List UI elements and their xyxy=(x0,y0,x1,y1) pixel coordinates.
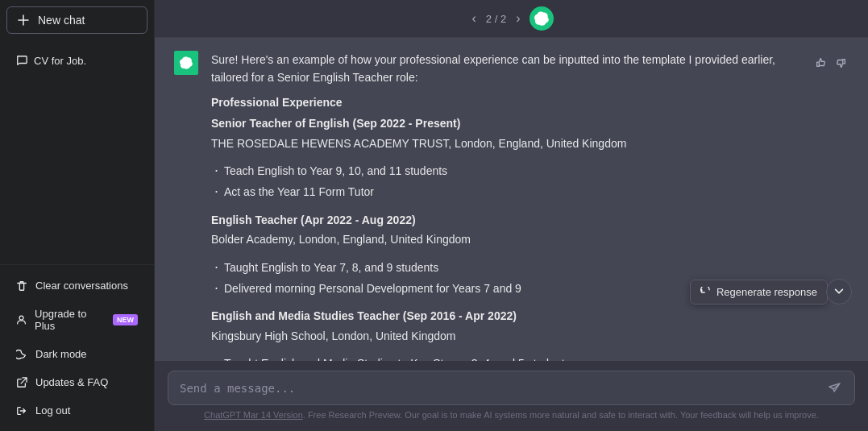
chevron-down-icon xyxy=(833,286,845,297)
thumbs-up-button[interactable] xyxy=(813,54,828,70)
chat-item-left: CV for Job. xyxy=(16,55,86,67)
section-title-professional: Professional Experience xyxy=(211,93,800,111)
bullet-item: Taught English to Year 7, 8, and 9 stude… xyxy=(211,259,800,276)
nav-prev-button[interactable]: ‹ xyxy=(469,10,480,27)
bullets-3: Taught English and Media Studies to Key … xyxy=(211,354,800,361)
sidebar: New chat CV for Job. xyxy=(0,0,155,431)
clear-conversations-item[interactable]: Clear conversations xyxy=(6,271,147,300)
assistant-message: Sure! Here's an example of how your prof… xyxy=(155,38,868,361)
job-title-2: English Teacher (Apr 2022 - Aug 2022) xyxy=(211,211,800,229)
messages-area[interactable]: Sure! Here's an example of how your prof… xyxy=(155,38,868,361)
new-chat-label: New chat xyxy=(38,14,85,27)
gpt-icon xyxy=(180,56,193,69)
send-button[interactable] xyxy=(827,378,843,398)
updates-faq-label: Updates & FAQ xyxy=(35,376,108,388)
chat-item-label: CV for Job. xyxy=(34,55,86,67)
plus-icon xyxy=(17,14,30,27)
external-link-icon xyxy=(16,377,27,388)
person-icon xyxy=(16,314,27,325)
regenerate-tooltip[interactable]: Regenerate response xyxy=(690,280,828,305)
regenerate-label: Regenerate response xyxy=(716,286,817,298)
trash-icon xyxy=(16,280,27,292)
clear-conversations-label: Clear conversations xyxy=(35,280,128,292)
chat-header: ‹ 2 / 2 › xyxy=(155,0,868,38)
message-actions xyxy=(813,51,849,70)
chat-icon xyxy=(16,55,27,66)
job-title-3: English and Media Studies Teacher (Sep 2… xyxy=(211,307,800,325)
org-name-1: THE ROSEDALE HEWENS ACADEMY TRUST, Londo… xyxy=(211,135,800,152)
intro-text: Sure! Here's an example of how your prof… xyxy=(211,51,800,87)
updates-faq-item[interactable]: Updates & FAQ xyxy=(6,368,147,396)
bullet-item: Teach English to Year 9, 10, and 11 stud… xyxy=(211,162,800,180)
nav-next-button[interactable]: › xyxy=(513,10,523,27)
chatgpt-avatar xyxy=(530,6,554,31)
chat-history: CV for Job. xyxy=(0,40,154,264)
sidebar-top: New chat xyxy=(0,0,154,40)
logout-icon xyxy=(16,405,27,416)
delete-chat-button[interactable] xyxy=(125,53,138,68)
send-icon xyxy=(829,382,841,395)
job-title-1: Senior Teacher of English (Sep 2022 - Pr… xyxy=(211,114,800,132)
edit-chat-button[interactable] xyxy=(109,53,122,68)
new-chat-button[interactable]: New chat xyxy=(6,6,147,34)
bullets-1: Teach English to Year 9, 10, and 11 stud… xyxy=(211,162,800,201)
chatgpt-version-link[interactable]: ChatGPT Mar 14 Version xyxy=(204,410,303,420)
footer-text: ChatGPT Mar 14 Version. Free Research Pr… xyxy=(168,405,855,426)
scroll-bottom-button[interactable] xyxy=(826,279,852,305)
org-name-3: Kingsbury High School, London, United Ki… xyxy=(211,327,800,345)
chatgpt-logo-icon xyxy=(534,11,549,26)
input-wrapper xyxy=(168,371,855,405)
thumbs-down-button[interactable] xyxy=(834,54,849,70)
moon-icon xyxy=(16,349,27,360)
regenerate-icon xyxy=(700,287,712,298)
new-badge: NEW xyxy=(113,314,138,325)
upgrade-label: Upgrade to Plus xyxy=(35,308,105,332)
dark-mode-label: Dark mode xyxy=(35,348,87,360)
bullet-item: Taught English and Media Studies to Key … xyxy=(211,354,800,361)
log-out-label: Log out xyxy=(35,404,70,416)
input-area: ChatGPT Mar 14 Version. Free Research Pr… xyxy=(155,361,868,431)
log-out-item[interactable]: Log out xyxy=(6,396,147,425)
sidebar-bottom: Clear conversations Upgrade to Plus NEW … xyxy=(0,264,154,431)
org-name-2: Bolder Academy, London, England, United … xyxy=(211,230,800,248)
assistant-avatar xyxy=(174,51,198,75)
chat-history-item[interactable]: CV for Job. xyxy=(6,47,147,74)
message-input[interactable] xyxy=(180,379,820,398)
bullet-item: Act as the Year 11 Form Tutor xyxy=(211,183,800,201)
nav-counter: 2 / 2 xyxy=(486,13,506,25)
svg-point-0 xyxy=(19,316,23,320)
main-content: ‹ 2 / 2 › Sure! Here's an example of how… xyxy=(155,0,868,431)
footer-suffix: . Free Research Preview. Our goal is to … xyxy=(303,410,819,420)
assistant-message-content: Sure! Here's an example of how your prof… xyxy=(211,51,800,361)
dark-mode-item[interactable]: Dark mode xyxy=(6,340,147,368)
upgrade-to-plus-item[interactable]: Upgrade to Plus NEW xyxy=(6,300,147,340)
